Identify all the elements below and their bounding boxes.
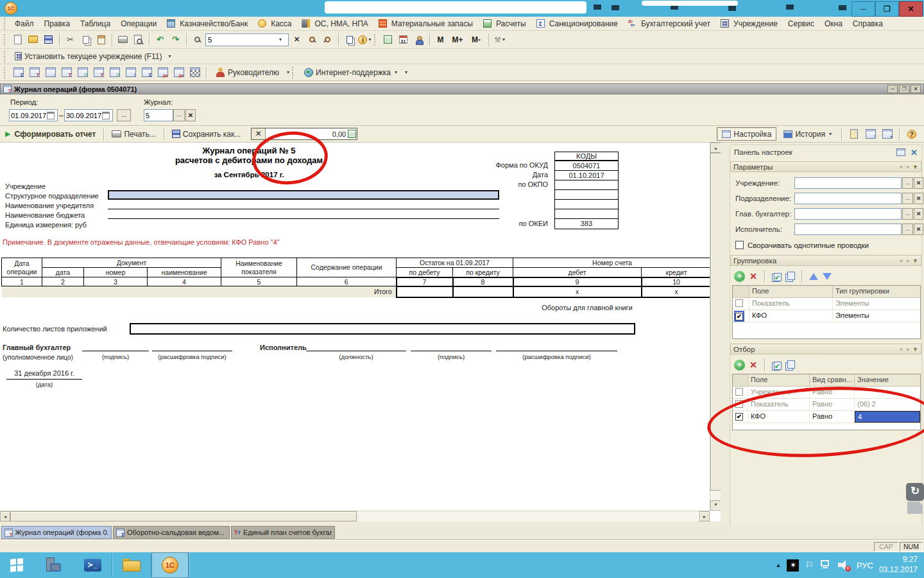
period-from-calendar-icon[interactable] [47,112,55,119]
grouping-row-checkbox[interactable]: ✔ [735,313,743,320]
scroll-up-button[interactable]: ▲ [710,143,721,153]
tray-pinwheel-icon[interactable]: ✶ [787,559,799,572]
cut-button[interactable] [63,32,78,47]
child-minimize-button[interactable]: ─ [887,85,898,93]
menu-accounting[interactable]: ДтКтБухгалтерский учет [623,17,715,30]
menu-authorization[interactable]: ΣСанкционирование [531,17,623,30]
journal-input[interactable] [144,112,171,119]
collapse-postings-checkbox[interactable] [735,241,744,249]
clock[interactable]: 9:27 03.12.2017 [879,555,918,575]
tray-flag-icon[interactable]: ⚐ [805,559,813,571]
menu-help[interactable]: Справка [848,17,888,30]
toolbar-grip-3[interactable] [4,51,7,62]
menu-cash[interactable]: Касса [253,17,296,30]
menu-edit[interactable]: Правка [39,17,76,30]
vertical-scroll-thumb[interactable] [710,153,721,491]
param-institution-input[interactable] [794,177,902,189]
save-button[interactable] [41,32,56,47]
user-report-button[interactable]: Т [59,65,74,80]
user-list-button[interactable]: ≡ [75,65,90,80]
toolbar-grip-5[interactable] [292,67,295,78]
doc-list-button[interactable]: ≡ [107,65,122,80]
grouping-move-down-button[interactable] [823,273,832,280]
restore-button[interactable]: ❐ [875,1,899,17]
checkered-report-button[interactable] [187,65,202,80]
filter-section-header[interactable]: Отбор «»▼ [730,344,921,355]
tab-balance-sheet[interactable]: Σ Оборотно-сальдовая ведом... [113,526,230,539]
section-collapse-icon[interactable]: ▼ [912,164,918,170]
grouping-row[interactable]: ✔ КФО Элементы [733,310,920,322]
filter-check-all-icon[interactable] [772,360,781,369]
panel-properties-icon[interactable] [896,148,905,156]
section-collapse-icon[interactable]: ▼ [912,346,918,353]
section-collapse-left-icon[interactable]: « [900,346,903,353]
toolbar-grip[interactable] [4,34,7,46]
save-as-button[interactable]: Сохранить как... [167,127,246,141]
filter-row[interactable]: Показатель Равно (06) 2 [733,399,920,411]
param-executor-clear-button[interactable]: ✕ [914,223,923,235]
section-collapse-left-icon[interactable]: « [900,258,903,264]
period-to-input[interactable] [65,112,102,119]
filter-row-checkbox[interactable]: ✔ [735,413,743,421]
grouping-delete-button[interactable]: ✕ [749,271,757,281]
grouping-check-all-icon[interactable] [772,272,781,281]
toolbar-grip-2[interactable] [374,34,377,46]
journal-clear-button[interactable]: ✕ [185,109,196,121]
filter-row[interactable]: Учреждение Равно [733,387,920,399]
user-lock-button[interactable] [411,32,426,47]
panel-close-icon[interactable]: ✕ [911,148,918,157]
report-arrow-button[interactable]: ↓ [43,65,58,80]
open-button[interactable] [26,32,40,47]
period-from-input[interactable] [10,112,47,119]
paste-button[interactable] [94,32,108,47]
period-to-calendar-icon[interactable] [102,112,110,119]
manager-button[interactable]: Руководителю [210,66,284,79]
start-button[interactable] [0,552,33,578]
menu-materials[interactable]: Материальные запасы [373,17,478,30]
menu-table[interactable]: Таблица [75,17,116,30]
load-settings-button[interactable]: ↑ [863,127,878,141]
scroll-left-button[interactable]: ◄ [0,511,10,521]
info-button[interactable]: i▾ [357,32,372,47]
institution-dropdown-icon[interactable]: ▾ [168,53,171,59]
param-subdivision-clear-button[interactable]: ✕ [914,193,923,204]
calculator-button[interactable] [381,32,395,47]
tray-network-icon[interactable] [819,560,832,570]
desktop-sync-icon[interactable]: ↻ [906,483,924,501]
period-more-button[interactable]: ... [117,109,131,121]
grouping-uncheck-all-icon[interactable] [785,272,794,281]
manager-dropdown-icon[interactable]: ▾ [287,69,289,75]
grouping-add-button[interactable]: + [734,271,745,282]
memory-button[interactable]: M [433,32,448,47]
internet-dropdown-icon[interactable]: ▾ [405,69,407,75]
settings-toggle-button[interactable]: Настройка [717,127,776,141]
tray-expand-icon[interactable]: ▲ [776,562,782,568]
powershell-button[interactable]: ≻_ [73,552,112,578]
grouping-section-header[interactable]: Группировка «»▼ [730,255,921,266]
window-copy-button[interactable] [342,32,357,47]
report-sum-button[interactable]: Σ [11,65,26,80]
filter-kfo-value-cell[interactable]: 4 [855,411,920,423]
filter-delete-button[interactable]: ✕ [749,360,757,370]
subdivision-field[interactable] [108,190,499,200]
clear-search-button[interactable]: ✕ [289,32,304,47]
print-button[interactable] [116,32,130,47]
find-button[interactable] [190,32,205,47]
grouping-row[interactable]: Показатель Элементы [733,298,920,310]
param-chief-more-button[interactable]: ... [902,208,913,220]
params-section-header[interactable]: Параметры «»▼ [730,161,921,172]
amount-calculator-icon[interactable] [348,130,356,138]
copy-button[interactable] [78,32,93,47]
section-expand-right-icon[interactable]: » [906,164,909,170]
param-subdivision-input[interactable] [794,193,902,204]
dk-report-button[interactable]: ДК [155,65,170,80]
set-institution-button[interactable]: Установить текущее учреждение (F11) [10,49,167,63]
scroll-right-button[interactable]: ► [699,511,710,521]
menu-grip[interactable] [4,18,7,30]
table-arrows-button[interactable]: ↕ [123,65,138,80]
search-dropdown-icon[interactable]: ▾ [279,37,282,42]
child-restore-button[interactable]: ❐ [899,85,909,93]
filter-add-button[interactable]: + [734,360,745,371]
menu-file[interactable]: Файл [10,17,39,30]
param-institution-more-button[interactable]: ... [902,177,913,189]
